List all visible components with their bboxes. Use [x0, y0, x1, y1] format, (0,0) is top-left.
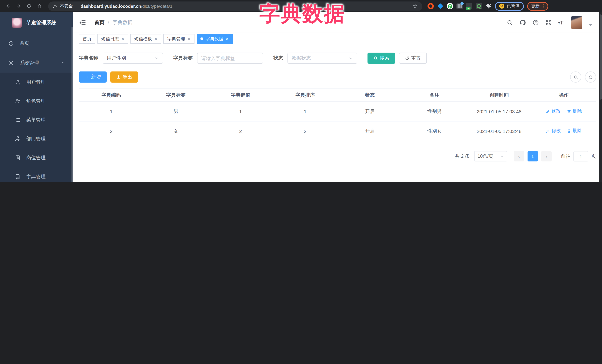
pagination-total: 共 2 条 [455, 153, 470, 160]
page-size-value: 10条/页 [478, 153, 493, 159]
table-header-row: 字典编码字典标签字典键值字典排序状态备注创建时间操作 [79, 89, 596, 102]
tab-首页[interactable]: 首页 [79, 34, 95, 44]
refresh-icon[interactable] [585, 72, 596, 83]
update-label: 更新 [531, 3, 540, 9]
table-row: 1男11开启性别男2021-01-05 17:03:48修改删除 [79, 102, 596, 121]
prev-page-button[interactable]: ‹ [514, 151, 524, 161]
table-toolbar: 新增 导出 [79, 72, 596, 83]
sidebar-item-system[interactable]: 系统管理 [0, 53, 73, 73]
tab-label: 短信日志 [101, 36, 119, 42]
table-cell: 男 [144, 102, 208, 121]
security-label: 不安全 [60, 3, 73, 9]
current-page-button[interactable]: 1 [527, 151, 538, 161]
sidebar-item-label: 系统管理 [20, 59, 61, 66]
back-icon[interactable] [4, 2, 13, 10]
table-cell: 2021-01-05 17:03:48 [467, 102, 531, 121]
collapse-sidebar-icon[interactable] [79, 19, 86, 26]
reset-button-label: 重置 [411, 55, 421, 62]
edit-link[interactable]: 修改 [546, 108, 561, 114]
main-area: 首页 / 字典数据 тT [73, 12, 602, 182]
next-page-button[interactable]: › [541, 151, 552, 161]
font-size-icon[interactable]: тT [558, 19, 563, 26]
close-icon[interactable]: ✕ [187, 37, 191, 41]
app-logo [12, 18, 22, 28]
app-logo-row[interactable]: 芋道管理系统 [0, 12, 73, 33]
sidebar-menu: 首页系统管理用户管理角色管理菜单管理部门管理岗位管理字典管理通知公告审计日志在线… [0, 33, 73, 182]
reload-icon[interactable] [24, 2, 33, 10]
sidebar-item-menu-mgmt[interactable]: 菜单管理 [0, 110, 73, 129]
actions-cell: 修改删除 [531, 121, 596, 141]
profile-paused-pill[interactable]: 已暂停 [495, 2, 524, 10]
sidebar-item-post-mgmt[interactable]: 岗位管理 [0, 148, 73, 167]
topbar: 首页 / 字典数据 тT [73, 12, 602, 32]
sidebar-item-label: 首页 [20, 40, 73, 46]
tab-label: 短信模板 [134, 36, 152, 42]
close-icon[interactable]: ✕ [154, 37, 157, 41]
sidebar-item-dept-mgmt[interactable]: 部门管理 [0, 129, 73, 148]
reset-button[interactable]: 重置 [399, 52, 427, 64]
extension-diamond-icon[interactable] [437, 3, 443, 9]
sidebar-item-label: 用户管理 [26, 79, 73, 85]
url-text: dashboard.yudao.iocoder.cn/dict/type/dat… [81, 3, 412, 9]
add-button-label: 新增 [91, 74, 101, 80]
dict-label-input[interactable] [197, 53, 263, 63]
breadcrumb-home[interactable]: 首页 [95, 19, 105, 26]
dict-name-value: 用户性别 [107, 55, 126, 62]
close-icon[interactable]: ✕ [121, 37, 124, 41]
sidebar-item-role-mgmt[interactable]: 角色管理 [0, 92, 73, 110]
tab-字典数据[interactable]: 字典数据✕ [196, 34, 232, 44]
topbar-actions: тT [506, 16, 592, 29]
extension-green-icon[interactable]: y [447, 3, 453, 9]
help-icon[interactable] [532, 19, 539, 26]
github-icon[interactable] [519, 19, 526, 26]
bookmark-star-icon[interactable] [412, 3, 418, 9]
search-button-label: 搜索 [380, 55, 389, 62]
tab-字典管理[interactable]: 字典管理✕ [163, 34, 194, 44]
address-bar[interactable]: 不安全 dashboard.yudao.iocoder.cn/dict/type… [48, 1, 422, 11]
fullscreen-icon[interactable] [545, 19, 552, 26]
status-select[interactable]: 数据状态 [288, 52, 357, 64]
table-row: 2女22开启性别女2021-01-05 17:03:48修改删除 [79, 121, 596, 141]
sidebar-item-user-mgmt[interactable]: 用户管理 [0, 73, 73, 92]
page-scrollbar[interactable] [599, 12, 602, 182]
extensions-puzzle-icon[interactable] [485, 3, 492, 9]
home-icon[interactable] [35, 2, 44, 10]
edit-link[interactable]: 修改 [546, 128, 561, 134]
sidebar-submenu: 用户管理角色管理菜单管理部门管理岗位管理字典管理通知公告审计日志在线用户短信管理… [0, 73, 73, 182]
close-icon[interactable]: ✕ [226, 37, 229, 41]
breadcrumb-current: 字典数据 [113, 19, 133, 26]
content: 字典名称 用户性别 字典标签 状态 [73, 45, 602, 182]
table-cell: 2 [79, 121, 144, 141]
sidebar-item-home[interactable]: 首页 [0, 33, 73, 53]
avatar[interactable] [571, 16, 582, 29]
table-cell: 2021-01-05 17:03:48 [467, 121, 531, 141]
search-icon[interactable] [506, 19, 513, 26]
screen: 不安全 dashboard.yudao.iocoder.cn/dict/type… [0, 0, 602, 182]
search-button[interactable]: 搜索 [367, 52, 395, 64]
export-button[interactable]: 导出 [110, 72, 138, 83]
page-size-select[interactable]: 10条/页 [474, 151, 507, 161]
delete-link[interactable]: 删除 [567, 108, 582, 114]
browser-menu-icon[interactable] [543, 4, 544, 8]
sidebar-item-dict-mgmt[interactable]: 字典管理 [0, 167, 73, 182]
delete-link[interactable]: 删除 [567, 128, 582, 134]
browser-toolbar: 不安全 dashboard.yudao.iocoder.cn/dict/type… [0, 0, 602, 12]
dict-name-select[interactable]: 用户性别 [103, 52, 163, 64]
tab-短信日志[interactable]: 短信日志✕ [97, 34, 128, 44]
extension-donut-icon[interactable] [428, 3, 434, 9]
tab-短信模板[interactable]: 短信模板✕ [130, 34, 161, 44]
chevron-down-icon[interactable] [589, 24, 592, 26]
breadcrumb: 首页 / 字典数据 [95, 19, 133, 26]
toggle-search-icon[interactable] [570, 72, 581, 83]
dict-data-table: 字典编码字典标签字典键值字典排序状态备注创建时间操作 1男11开启性别男2021… [79, 89, 596, 141]
table-cell: 1 [208, 102, 273, 121]
goto-page-input[interactable] [573, 151, 588, 161]
dict-label-label: 字典标签 [173, 55, 193, 62]
add-button[interactable]: 新增 [79, 72, 107, 83]
extension-on-icon[interactable]: on [466, 3, 472, 9]
extension-key-icon[interactable] [476, 3, 482, 9]
forward-icon[interactable] [14, 2, 23, 10]
update-button[interactable]: 更新 [527, 2, 548, 10]
sidebar-scrollbar[interactable] [72, 27, 73, 182]
extension-columns-icon[interactable] [456, 3, 463, 9]
